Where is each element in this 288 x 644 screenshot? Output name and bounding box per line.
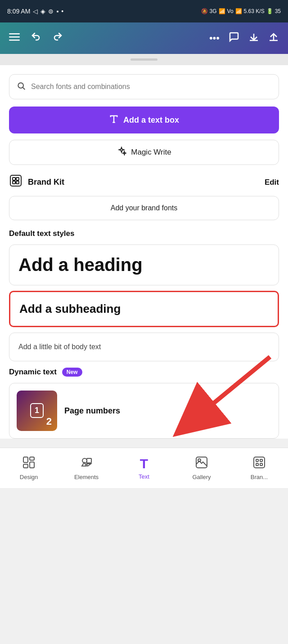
nav-item-brand[interactable]: Bran...	[230, 456, 288, 480]
text-nav-label: Text	[139, 473, 149, 480]
magic-write-label: Magic Write	[131, 148, 171, 157]
add-brand-fonts-button[interactable]: Add your brand fonts	[9, 196, 279, 220]
svg-rect-16	[23, 457, 28, 462]
page-num-box: 1	[30, 403, 44, 418]
svg-rect-24	[254, 457, 265, 468]
handle-bar	[0, 54, 288, 65]
subheading-text: Add a subheading	[19, 302, 121, 316]
svg-rect-9	[10, 175, 21, 186]
svg-rect-13	[16, 181, 19, 184]
drag-handle	[130, 58, 158, 61]
svg-rect-27	[256, 463, 258, 466]
signal-volte: Vo	[227, 8, 234, 14]
elements-label: Elements	[74, 474, 99, 480]
search-input[interactable]	[31, 83, 271, 91]
page-numbers-label: Page numbers	[64, 406, 120, 416]
brand-kit-label: Brand Kit	[28, 178, 64, 187]
compass-icon: ◈	[40, 8, 45, 15]
body-text-container: Add a little bit of body text	[9, 333, 279, 361]
gallery-label: Gallery	[192, 474, 211, 480]
search-bar[interactable]	[9, 74, 279, 99]
text-nav-icon: T	[140, 456, 148, 471]
svg-rect-17	[30, 457, 34, 460]
status-right: 🔕 3G 📶 Vo 📶 5.63 K/S 🔋 35	[201, 8, 281, 14]
signal-bars: 📶	[219, 8, 225, 14]
gallery-icon	[195, 456, 208, 472]
svg-rect-19	[30, 462, 34, 468]
brand-label: Bran...	[251, 474, 268, 480]
svg-rect-1	[9, 36, 20, 38]
menu-icon[interactable]	[9, 31, 20, 45]
main-panel: Add a text box Magic Write Brand Kit	[0, 65, 288, 439]
brand-kit-edit[interactable]: Edit	[265, 178, 279, 187]
elements-icon	[80, 456, 93, 472]
toolbar-right: •••	[209, 31, 279, 45]
text-icon	[109, 114, 119, 126]
page-numbers-thumbnail: 1 2	[17, 391, 57, 431]
download-icon[interactable]	[248, 31, 259, 45]
heading-text: Add a heading	[18, 255, 143, 275]
more-icon[interactable]: •••	[209, 32, 220, 44]
magic-icon	[117, 147, 126, 159]
whatsapp-icon: ⊚	[48, 8, 54, 15]
body-text: Add a little bit of body text	[18, 343, 101, 351]
default-text-styles-title: Default text styles	[9, 229, 279, 238]
toolbar-left	[9, 31, 63, 45]
page-num-two: 2	[46, 416, 52, 427]
brand-kit-left: Brand Kit	[9, 174, 64, 191]
battery-level: 35	[275, 8, 281, 14]
battery-icon: 🔋	[266, 8, 273, 14]
signal-bars2: 📶	[235, 8, 242, 14]
share-icon[interactable]	[268, 31, 279, 45]
status-left: 8:09 AM ◁ ◈ ⊚ ▪ •	[7, 8, 63, 15]
brand-nav-icon	[253, 456, 266, 472]
subheading-card[interactable]: Add a subheading	[9, 291, 279, 327]
design-label: Design	[20, 474, 38, 480]
svg-rect-21	[87, 458, 91, 463]
brand-kit-row: Brand Kit Edit	[9, 174, 279, 191]
add-textbox-label: Add a text box	[123, 115, 179, 125]
toolbar: •••	[0, 22, 288, 54]
nav-item-text[interactable]: T Text	[115, 456, 173, 480]
dynamic-text-row: Dynamic text New	[9, 368, 279, 377]
dynamic-text-title: Dynamic text	[9, 368, 57, 377]
mute-icon: 🔕	[201, 8, 208, 14]
status-bar: 8:09 AM ◁ ◈ ⊚ ▪ • 🔕 3G 📶 Vo 📶 5.63 K/S 🔋…	[0, 0, 288, 22]
svg-rect-26	[260, 459, 262, 462]
design-icon	[22, 456, 35, 472]
status-time: 8:09 AM	[7, 8, 30, 15]
redo-icon[interactable]	[52, 31, 63, 45]
search-icon	[17, 81, 26, 93]
comment-icon[interactable]	[229, 31, 239, 45]
svg-rect-2	[9, 40, 20, 41]
svg-rect-28	[260, 463, 262, 466]
magic-write-button[interactable]: Magic Write	[9, 140, 279, 165]
dynamic-text-section: Dynamic text New 1 2 Page numbers	[9, 368, 279, 439]
svg-point-20	[82, 458, 87, 463]
data-speed: 5.63 K/S	[244, 8, 265, 14]
new-badge: New	[62, 368, 82, 377]
add-textbox-button[interactable]: Add a text box	[9, 107, 279, 133]
nav-item-gallery[interactable]: Gallery	[173, 456, 230, 480]
body-text-card[interactable]: Add a little bit of body text	[9, 333, 279, 361]
brand-kit-icon	[9, 174, 22, 191]
nav-item-elements[interactable]: Elements	[58, 456, 115, 480]
svg-rect-11	[16, 178, 19, 180]
signal-3g: 3G	[210, 8, 217, 14]
svg-rect-10	[13, 178, 15, 180]
nav-item-design[interactable]: Design	[0, 456, 58, 480]
bottom-nav: Design Elements T Text Gallery	[0, 448, 288, 488]
square-icon: ▪	[56, 8, 58, 15]
svg-rect-12	[13, 181, 15, 184]
svg-rect-18	[23, 464, 28, 468]
undo-icon[interactable]	[31, 31, 41, 45]
page-numbers-card[interactable]: 1 2 Page numbers	[9, 383, 279, 439]
heading-card[interactable]: Add a heading	[9, 244, 279, 285]
location-icon: ◁	[33, 8, 38, 15]
add-brand-fonts-label: Add your brand fonts	[111, 204, 178, 212]
dot-icon: •	[61, 8, 63, 15]
svg-line-6	[23, 87, 25, 89]
svg-rect-0	[9, 33, 20, 35]
svg-rect-25	[256, 459, 258, 462]
svg-point-5	[18, 83, 23, 88]
